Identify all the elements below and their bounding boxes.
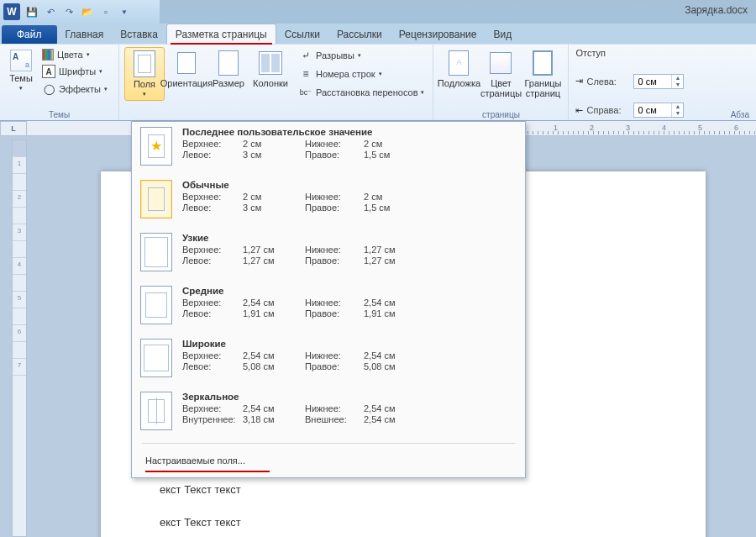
- custom-margins-item[interactable]: Настраиваемые поля...: [132, 447, 525, 477]
- group-themes: Aa Темы▾ Цвета ▾ AШрифты ▾ ◯Эффекты ▾ Те…: [0, 45, 119, 120]
- ribbon-tabs: Файл Главная Вставка Разметка страницы С…: [0, 24, 756, 44]
- open-folder-icon[interactable]: 📂: [79, 3, 96, 20]
- theme-colors-button[interactable]: Цвета ▾: [39, 47, 111, 62]
- breaks-icon: ⤶: [299, 49, 312, 62]
- margins-icon: [134, 50, 155, 77]
- line-numbers-icon: ≡: [299, 67, 312, 81]
- tab-mailings[interactable]: Рассылки: [328, 24, 391, 44]
- line-numbers-button[interactable]: ≡Номера строк ▾: [296, 66, 428, 82]
- effects-icon: ◯: [42, 82, 55, 96]
- page-color-icon: [487, 50, 514, 76]
- save-icon[interactable]: 💾: [24, 3, 40, 20]
- margin-preset-thumb: [140, 127, 172, 166]
- margin-preset-title: Зеркальное: [182, 392, 517, 402]
- margin-preset-item[interactable]: Последнее пользовательское значениеВерхн…: [132, 122, 525, 175]
- tab-view[interactable]: Вид: [485, 24, 520, 44]
- theme-effects-button[interactable]: ◯Эффекты ▾: [39, 81, 111, 97]
- ruler-corner: L: [0, 121, 27, 136]
- group-themes-label: Темы: [5, 108, 113, 119]
- margin-preset-item[interactable]: ОбычныеВерхнее:2 смНижнее:2 смЛевое:3 см…: [132, 175, 525, 228]
- tab-page-layout[interactable]: Разметка страницы: [166, 24, 276, 44]
- tab-references[interactable]: Ссылки: [276, 24, 328, 44]
- quick-access-toolbar: 💾 ↶ ↷ 📂 ▫ ▼: [24, 3, 133, 20]
- new-doc-icon[interactable]: ▫: [97, 3, 114, 20]
- indent-right-spinner[interactable]: ▲▼: [633, 103, 684, 118]
- undo-icon[interactable]: ↶: [42, 3, 59, 20]
- spin-down-icon[interactable]: ▼: [672, 110, 683, 117]
- indent-left-spinner[interactable]: ▲▼: [633, 74, 684, 89]
- paragraph-group-label: Абза: [731, 110, 749, 119]
- tab-insert[interactable]: Вставка: [112, 24, 166, 44]
- page-borders-icon: [529, 50, 556, 76]
- theme-fonts-button[interactable]: AШрифты ▾: [39, 63, 111, 80]
- page-borders-button[interactable]: Границы страниц: [522, 47, 563, 101]
- columns-button[interactable]: Колонки: [250, 47, 291, 101]
- margin-preset-thumb: [140, 286, 172, 324]
- margin-preset-item[interactable]: ШирокиеВерхнее:2,54 смНижнее:2,54 смЛево…: [132, 334, 525, 387]
- body-text-line: екст Текст текст: [160, 516, 647, 529]
- themes-button[interactable]: Aa Темы▾: [5, 47, 37, 97]
- indent-right-icon: ⇤: [575, 105, 583, 116]
- spin-up-icon[interactable]: ▲: [672, 75, 683, 82]
- margin-preset-thumb: [140, 339, 172, 377]
- file-tab[interactable]: Файл: [2, 25, 57, 44]
- watermark-icon: A: [445, 50, 472, 76]
- margin-preset-title: Обычные: [182, 180, 517, 190]
- hyphenation-button[interactable]: bс⁻Расстановка переносов ▾: [296, 84, 428, 101]
- group-page-background: A Подложка Цвет страницы Границы страниц…: [433, 45, 569, 120]
- hyphenation-icon: bс⁻: [299, 86, 312, 99]
- ribbon: Aa Темы▾ Цвета ▾ AШрифты ▾ ◯Эффекты ▾ Те…: [0, 44, 756, 121]
- margin-preset-title: Широкие: [182, 339, 517, 349]
- word-app-icon: W: [3, 3, 20, 20]
- margin-preset-title: Средние: [182, 286, 517, 296]
- orientation-icon: [173, 50, 200, 76]
- group-indent: Отступ ⇥ Слева: ▲▼ ⇤ Справа: ▲▼ Абза: [569, 45, 756, 120]
- tab-home[interactable]: Главная: [57, 24, 113, 44]
- indent-left-icon: ⇥: [575, 76, 583, 87]
- margin-preset-item[interactable]: ЗеркальноеВерхнее:2,54 смНижнее:2,54 смВ…: [132, 387, 525, 440]
- indent-left-input[interactable]: [634, 76, 671, 87]
- breaks-button[interactable]: ⤶Разрывы ▾: [296, 47, 428, 64]
- group-page-setup: Поля▾ Ориентация Размер Колонки ⤶Разрывы…: [119, 45, 433, 120]
- size-icon: [215, 50, 242, 76]
- tab-review[interactable]: Рецензирование: [391, 24, 486, 44]
- margin-preset-item[interactable]: УзкиеВерхнее:1,27 смНижнее:1,27 смЛевое:…: [132, 228, 525, 281]
- title-bar: W 💾 ↶ ↷ 📂 ▫ ▼ Зарядка.docx: [0, 0, 756, 24]
- themes-icon: Aa: [10, 50, 32, 71]
- indent-right-label: Справа:: [586, 105, 630, 115]
- margin-preset-item[interactable]: СредниеВерхнее:2,54 смНижнее:2,54 смЛево…: [132, 281, 525, 334]
- spin-up-icon[interactable]: ▲: [672, 103, 683, 110]
- indent-left-label: Слева:: [586, 76, 630, 87]
- colors-icon: [42, 49, 54, 61]
- margins-button[interactable]: Поля▾: [124, 47, 165, 101]
- body-text-line: екст Текст текст: [160, 483, 647, 496]
- watermark-button[interactable]: A Подложка: [438, 47, 479, 101]
- spin-down-icon[interactable]: ▼: [672, 82, 683, 88]
- group-page-bg-label: страницы: [438, 108, 563, 119]
- margin-preset-title: Узкие: [182, 233, 517, 243]
- margin-preset-thumb: [140, 233, 172, 271]
- size-button[interactable]: Размер: [208, 47, 249, 101]
- margin-preset-thumb: [140, 392, 172, 430]
- margins-dropdown: Последнее пользовательское значениеВерхн…: [131, 121, 526, 478]
- vertical-ruler[interactable]: 1 2 3 4 5 6 7: [12, 140, 27, 537]
- margin-preset-thumb: [140, 180, 172, 218]
- page-color-button[interactable]: Цвет страницы: [480, 47, 521, 101]
- columns-icon: [257, 50, 284, 76]
- qat-dropdown-icon[interactable]: ▼: [116, 3, 133, 20]
- indent-right-input[interactable]: [634, 105, 671, 115]
- margin-preset-title: Последнее пользовательское значение: [182, 127, 517, 137]
- orientation-button[interactable]: Ориентация: [166, 47, 207, 101]
- fonts-icon: A: [42, 65, 55, 78]
- indent-title: Отступ: [575, 48, 749, 58]
- redo-icon[interactable]: ↷: [60, 3, 77, 20]
- document-title: Зарядка.docx: [685, 4, 748, 16]
